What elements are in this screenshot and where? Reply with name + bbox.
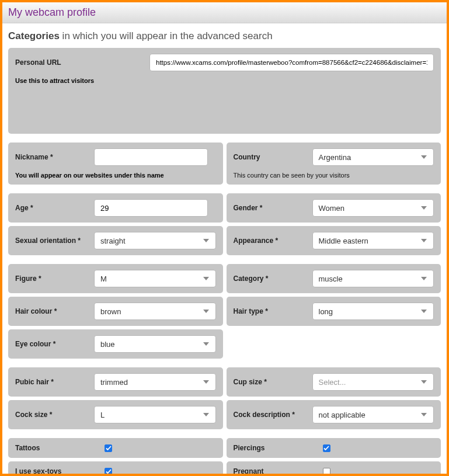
appearance-label: Appearance * [234,237,307,245]
personal-url-label: Personal URL [15,58,144,67]
tattoos-label: Tattoos [15,444,88,452]
subtitle-bold: Categories [8,30,60,41]
piercings-card: Piercings [227,438,441,458]
cocksize-value: L [100,411,105,419]
cockdesc-label: Cock description * [234,411,307,419]
sextoys-checkbox[interactable] [105,468,112,475]
chevron-down-icon [200,376,212,388]
figure-card: Figure * M [8,264,223,293]
cockdesc-select[interactable]: not applicable [312,406,434,423]
empty-card [227,329,441,359]
cockdesc-value: not applicable [319,411,366,419]
personal-url-input[interactable] [149,54,434,71]
figure-select[interactable]: M [94,270,216,287]
sexori-card: Sexual orientation * straight [8,226,223,255]
subtitle-rest: in which you will appear in the advanced… [60,30,273,41]
haircolour-card: Hair colour * brown [8,297,223,326]
hairtype-label: Hair type * [234,307,307,315]
sextoys-card: I use sex-toys [8,461,223,476]
category-card: Category * muscle [227,264,441,293]
cocksize-label: Cock size * [15,411,88,419]
pregnant-label: Pregnant [234,467,307,475]
chevron-down-icon [200,235,212,246]
gender-value: Women [319,204,345,213]
country-card: Country Argentina This country can be se… [227,143,441,185]
cupsize-value: Select... [319,378,346,387]
chevron-down-icon [418,202,430,214]
haircolour-value: brown [100,307,121,316]
haircolour-label: Hair colour * [15,307,88,315]
pubic-value: trimmed [100,378,128,387]
tattoos-checkbox[interactable] [105,444,112,452]
personal-url-hint: Use this to attract visitors [15,77,434,84]
page-title: My webcam profile [8,6,441,19]
chevron-down-icon [418,151,430,163]
chevron-down-icon [200,338,212,350]
appearance-value: Middle eastern [319,237,368,245]
chevron-down-icon [418,409,430,421]
country-value: Argentina [319,153,351,162]
category-select[interactable]: muscle [312,270,434,287]
piercings-label: Piercings [234,444,307,452]
chevron-down-icon [200,273,212,284]
header-bar: My webcam profile [2,2,447,23]
nickname-input[interactable] [94,148,208,166]
gender-select[interactable]: Women [312,199,434,217]
pregnant-checkbox[interactable] [323,468,330,475]
pregnant-card: Pregnant [227,461,441,476]
eyecolour-select[interactable]: blue [94,335,216,353]
chevron-down-icon [418,273,430,284]
personal-url-card: Personal URL Use this to attract visitor… [8,48,441,134]
chevron-down-icon [418,235,430,246]
country-label: Country [234,153,307,161]
chevron-down-icon [200,409,212,421]
category-value: muscle [319,275,343,283]
chevron-down-icon [418,305,430,317]
sextoys-label: I use sex-toys [15,467,88,475]
sexori-value: straight [100,237,126,245]
chevron-down-icon [200,305,212,317]
tattoos-card: Tattoos [8,438,223,458]
nickname-card: Nickname * You will appear on our websit… [8,143,223,185]
chevron-down-icon [418,376,430,388]
age-input[interactable] [94,199,208,217]
eyecolour-card: Eye colour * blue [8,329,223,359]
pubic-label: Pubic hair * [15,378,88,386]
nickname-label: Nickname * [15,153,88,161]
hairtype-value: long [319,307,333,316]
cocksize-card: Cock size * L [8,400,223,429]
cockdesc-card: Cock description * not applicable [227,400,441,429]
age-label: Age * [15,204,88,212]
gender-card: Gender * Women [227,193,441,223]
cocksize-select[interactable]: L [94,406,216,423]
hairtype-select[interactable]: long [312,303,434,320]
sexori-label: Sexual orientation * [15,237,88,245]
nickname-hint: You will appear on our websites under th… [15,172,216,179]
pubic-card: Pubic hair * trimmed [8,367,223,397]
pubic-select[interactable]: trimmed [94,373,216,391]
gender-label: Gender * [234,204,307,212]
haircolour-select[interactable]: brown [94,303,216,320]
category-label: Category * [234,275,307,283]
appearance-select[interactable]: Middle eastern [312,232,434,249]
eyecolour-value: blue [100,340,115,349]
cupsize-label: Cup size * [234,378,307,386]
sexori-select[interactable]: straight [94,232,216,249]
age-card: Age * [8,193,223,223]
cupsize-select[interactable]: Select... [312,373,434,391]
figure-value: M [100,275,107,283]
cupsize-card: Cup size * Select... [227,367,441,397]
country-hint: This country can be seen by your visitor… [234,172,434,179]
eyecolour-label: Eye colour * [15,340,88,348]
subtitle: Categories in which you will appear in t… [2,23,447,48]
hairtype-card: Hair type * long [227,297,441,326]
appearance-card: Appearance * Middle eastern [227,226,441,255]
country-select[interactable]: Argentina [312,148,434,166]
piercings-checkbox[interactable] [323,444,330,452]
figure-label: Figure * [15,275,88,283]
